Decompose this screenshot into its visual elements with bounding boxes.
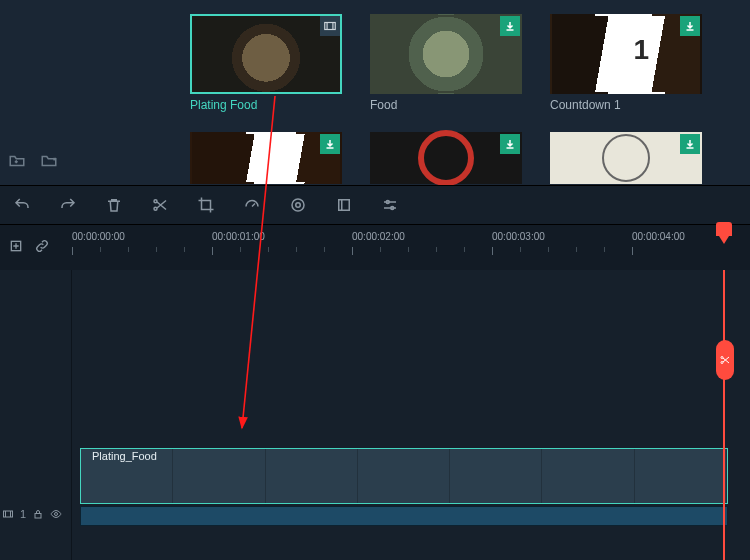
adjust-button[interactable] bbox=[380, 195, 400, 215]
media-thumbnail[interactable]: Food bbox=[370, 14, 522, 112]
clip-frame bbox=[635, 449, 727, 503]
ruler-minor-tick bbox=[380, 247, 381, 252]
ruler-minor-tick bbox=[436, 247, 437, 252]
ruler-left-controls bbox=[0, 225, 72, 270]
add-folder-icon[interactable] bbox=[8, 152, 26, 170]
clip-frame bbox=[450, 449, 542, 503]
download-badge-icon[interactable] bbox=[500, 16, 520, 36]
thumbnail-label: Food bbox=[370, 98, 522, 112]
ruler-minor-tick bbox=[464, 247, 465, 252]
speed-button[interactable] bbox=[242, 195, 262, 215]
download-badge-icon[interactable] bbox=[680, 16, 700, 36]
timecode-label: 00:00:01:00 bbox=[212, 231, 265, 242]
ruler-tick bbox=[352, 247, 353, 255]
lock-icon[interactable] bbox=[32, 508, 44, 520]
playhead-line[interactable] bbox=[723, 270, 725, 560]
ruler-minor-tick bbox=[604, 247, 605, 252]
media-row-1: Plating FoodFoodCountdown 1 bbox=[190, 14, 702, 112]
svg-point-13 bbox=[721, 362, 723, 364]
folder-tools bbox=[8, 152, 58, 170]
ruler-minor-tick bbox=[268, 247, 269, 252]
ruler-minor-tick bbox=[100, 247, 101, 252]
playhead-cut-handle[interactable] bbox=[716, 340, 734, 380]
svg-point-11 bbox=[55, 513, 58, 516]
audio-clip[interactable] bbox=[80, 506, 728, 526]
video-clip[interactable] bbox=[80, 448, 728, 504]
svg-rect-10 bbox=[35, 514, 41, 519]
download-badge-icon[interactable] bbox=[500, 134, 520, 154]
timeline-panel: 1 Plating_Food bbox=[0, 270, 750, 560]
link-button[interactable] bbox=[34, 238, 50, 258]
timecode-label: 00:00:03:00 bbox=[492, 231, 545, 242]
clip-frame bbox=[173, 449, 265, 503]
media-thumbnail[interactable] bbox=[190, 132, 342, 184]
clip-frame bbox=[542, 449, 634, 503]
thumbnail-image bbox=[370, 132, 522, 184]
thumbnail-label: Countdown 1 bbox=[550, 98, 702, 112]
media-thumbnail[interactable]: Plating Food bbox=[190, 14, 342, 112]
media-thumbnail[interactable]: Countdown 1 bbox=[550, 14, 702, 112]
svg-point-4 bbox=[296, 203, 301, 208]
track-gutter: 1 bbox=[0, 270, 72, 560]
delete-button[interactable] bbox=[104, 195, 124, 215]
thumbnail-image bbox=[550, 14, 702, 94]
time-ruler-row: 00:00:00:0000:00:01:0000:00:02:0000:00:0… bbox=[0, 225, 750, 270]
ruler-tick bbox=[212, 247, 213, 255]
media-thumbnail[interactable] bbox=[370, 132, 522, 184]
add-marker-button[interactable] bbox=[8, 238, 24, 258]
color-button[interactable] bbox=[288, 195, 308, 215]
svg-rect-0 bbox=[325, 23, 336, 30]
time-ruler[interactable]: 00:00:00:0000:00:01:0000:00:02:0000:00:0… bbox=[72, 225, 750, 270]
timecode-label: 00:00:00:00 bbox=[72, 231, 125, 242]
svg-point-12 bbox=[721, 357, 723, 359]
ruler-tick bbox=[72, 247, 73, 255]
ruler-tick bbox=[632, 247, 633, 255]
ruler-minor-tick bbox=[240, 247, 241, 252]
playhead-flag-icon[interactable] bbox=[716, 222, 732, 236]
crop-button[interactable] bbox=[196, 195, 216, 215]
media-row-2 bbox=[190, 132, 702, 184]
clip-frame bbox=[358, 449, 450, 503]
svg-rect-5 bbox=[339, 200, 350, 211]
ruler-minor-tick bbox=[324, 247, 325, 252]
ruler-minor-tick bbox=[128, 247, 129, 252]
redo-button[interactable] bbox=[58, 195, 78, 215]
ruler-minor-tick bbox=[576, 247, 577, 252]
ruler-minor-tick bbox=[156, 247, 157, 252]
video-track-header[interactable]: 1 bbox=[2, 508, 62, 520]
eye-icon[interactable] bbox=[50, 508, 62, 520]
svg-point-2 bbox=[154, 207, 157, 210]
track-number: 1 bbox=[20, 508, 26, 520]
download-badge-icon[interactable] bbox=[680, 134, 700, 154]
ruler-minor-tick bbox=[520, 247, 521, 252]
media-thumbnail[interactable] bbox=[550, 132, 702, 184]
videoclip-badge-icon bbox=[320, 16, 340, 36]
download-badge-icon[interactable] bbox=[320, 134, 340, 154]
undo-button[interactable] bbox=[12, 195, 32, 215]
timecode-label: 00:00:04:00 bbox=[632, 231, 685, 242]
clip-label: Plating_Food bbox=[92, 450, 157, 462]
ruler-minor-tick bbox=[408, 247, 409, 252]
clip-frame bbox=[266, 449, 358, 503]
ruler-minor-tick bbox=[184, 247, 185, 252]
svg-point-1 bbox=[154, 200, 157, 203]
remove-folder-icon[interactable] bbox=[40, 152, 58, 170]
thumbnail-label: Plating Food bbox=[190, 98, 342, 112]
thumbnail-image bbox=[370, 14, 522, 94]
timecode-label: 00:00:02:00 bbox=[352, 231, 405, 242]
ruler-minor-tick bbox=[548, 247, 549, 252]
ruler-minor-tick bbox=[296, 247, 297, 252]
thumbnail-image bbox=[190, 14, 342, 94]
greenscreen-button[interactable] bbox=[334, 195, 354, 215]
split-button[interactable] bbox=[150, 195, 170, 215]
svg-rect-9 bbox=[4, 511, 13, 517]
thumbnail-image bbox=[190, 132, 342, 184]
ruler-tick bbox=[492, 247, 493, 255]
media-browser: Plating FoodFoodCountdown 1 bbox=[0, 0, 750, 185]
thumbnail-image bbox=[550, 132, 702, 184]
svg-point-3 bbox=[292, 199, 304, 211]
timeline-toolbar bbox=[0, 185, 750, 225]
